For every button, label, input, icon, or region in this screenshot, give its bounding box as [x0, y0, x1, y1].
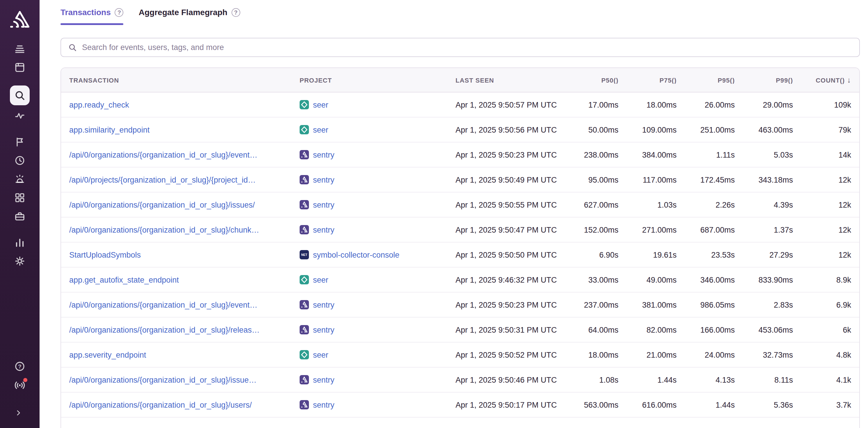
count-cell: 3.7k [801, 400, 859, 409]
p75-cell: 384.00ms [626, 150, 685, 159]
p50-cell: 627.00ms [566, 200, 626, 209]
sentry-project-icon [300, 175, 309, 184]
tab-transactions[interactable]: Transactions ? [61, 7, 124, 25]
p99-cell: 2.83s [743, 300, 801, 309]
project-link[interactable]: symbol-collector-console [313, 250, 399, 259]
table-row: /api/0/organizations/{organization_id_or… [61, 367, 859, 393]
sentry-project-icon [300, 225, 309, 234]
p75-cell: 49.00ms [626, 275, 685, 284]
column-header-p95[interactable]: P95() [685, 76, 743, 84]
svg-text:?: ? [18, 363, 22, 369]
sidebar-item-stats[interactable] [0, 233, 39, 252]
bar-chart-icon [14, 237, 26, 248]
p50-cell: 237.00ms [566, 300, 626, 309]
column-header-p99[interactable]: P99() [743, 76, 801, 84]
p95-cell: 166.00ms [685, 325, 743, 334]
transaction-link[interactable]: /api/0/organizations/{organization_id_or… [69, 300, 257, 309]
last-seen-cell: Apr 1, 2025 9:50:56 PM UTC [447, 125, 566, 134]
project-link[interactable]: sentry [313, 400, 335, 409]
project-link[interactable]: sentry [313, 375, 335, 384]
count-cell: 6k [801, 325, 859, 334]
help-icon[interactable]: ? [115, 8, 124, 17]
transaction-link[interactable]: /api/0/projects/{organization_id_or_slug… [69, 175, 256, 184]
p75-cell: 616.00ms [626, 400, 685, 409]
column-header-count[interactable]: COUNT() ↓ [801, 75, 859, 84]
transaction-link[interactable]: /api/0/organizations/{organization_id_or… [69, 150, 257, 159]
sidebar-item-crons[interactable] [0, 151, 39, 170]
p99-cell: 5.03s [743, 150, 801, 159]
search-icon [14, 90, 26, 101]
p95-cell: 687.00ms [685, 225, 743, 234]
tab-aggregate-flamegraph[interactable]: Aggregate Flamegraph ? [139, 7, 240, 25]
transaction-link[interactable]: app.severity_endpoint [69, 350, 146, 359]
column-header-p50[interactable]: P50() [566, 76, 626, 84]
project-link[interactable]: sentry [313, 300, 335, 309]
transaction-link[interactable]: app.ready_check [69, 100, 129, 109]
p99-cell: 8.11s [743, 375, 801, 384]
sidebar-item-releases[interactable] [0, 133, 39, 151]
transaction-link[interactable]: /api/0/organizations/{organization_id_or… [69, 375, 256, 384]
app-root: ? Transactions ? Aggregate Flamegraph ? [0, 0, 868, 428]
p95-cell: 172.45ms [685, 175, 743, 184]
p95-cell: 4.13s [685, 375, 743, 384]
projects-icon [14, 62, 26, 73]
sentry-project-icon [300, 400, 309, 409]
sidebar-item-alerts[interactable] [0, 170, 39, 189]
column-header-project[interactable]: PROJECT [291, 76, 447, 84]
column-header-transaction[interactable]: TRANSACTION [61, 76, 291, 84]
transaction-link[interactable]: /api/0/organizations/{organization_id_or… [69, 200, 255, 209]
sidebar-item-insights[interactable] [0, 106, 39, 125]
sentry-logo[interactable] [9, 9, 30, 29]
sidebar-item-projects[interactable] [0, 58, 39, 77]
table-row: app.severity_endpoint NET seer Apr 1, 20… [61, 342, 859, 367]
column-header-last-seen[interactable]: LAST SEEN [447, 76, 566, 84]
flag-icon [14, 136, 26, 148]
p50-cell: 6.90s [566, 250, 626, 259]
project-link[interactable]: sentry [313, 200, 335, 209]
pulse-icon [14, 110, 26, 122]
project-link[interactable]: seer [313, 275, 329, 284]
table-row-partial [61, 418, 859, 428]
project-link[interactable]: sentry [313, 175, 335, 184]
p75-cell: 82.00ms [626, 325, 685, 334]
table-row: /api/0/projects/{organization_id_or_slug… [61, 167, 859, 193]
last-seen-cell: Apr 1, 2025 9:46:32 PM UTC [447, 275, 566, 284]
p50-cell: 238.00ms [566, 150, 626, 159]
sidebar-item-issues[interactable] [0, 39, 39, 58]
transaction-link[interactable]: /api/0/organizations/{organization_id_or… [69, 225, 259, 234]
sidebar-collapse-button[interactable] [0, 403, 39, 422]
transaction-link[interactable]: /api/0/organizations/{organization_id_or… [69, 400, 252, 409]
project-link[interactable]: sentry [313, 150, 335, 159]
table-row: /api/0/organizations/{organization_id_or… [61, 293, 859, 318]
p50-cell: 17.00ms [566, 100, 626, 109]
project-link[interactable]: sentry [313, 225, 335, 234]
sidebar-item-help[interactable]: ? [0, 357, 39, 376]
sidebar-item-organization[interactable] [0, 207, 39, 226]
search-input[interactable] [82, 43, 852, 52]
sidebar-item-settings[interactable] [0, 252, 39, 270]
project-link[interactable]: seer [313, 100, 329, 109]
p99-cell: 4.39s [743, 200, 801, 209]
p50-cell: 33.00ms [566, 275, 626, 284]
last-seen-cell: Apr 1, 2025 9:50:23 PM UTC [447, 150, 566, 159]
column-header-p75[interactable]: P75() [626, 76, 685, 84]
table-row: /api/0/organizations/{organization_id_or… [61, 142, 859, 167]
help-icon[interactable]: ? [231, 8, 240, 17]
sidebar-item-dashboards[interactable] [0, 189, 39, 207]
project-link[interactable]: seer [313, 350, 329, 359]
project-link[interactable]: sentry [313, 325, 335, 334]
active-item-chip [10, 86, 30, 105]
sidebar-item-explore[interactable] [0, 84, 39, 106]
transaction-link[interactable]: app.get_autofix_state_endpoint [69, 275, 179, 284]
sentry-project-icon [300, 325, 309, 334]
p75-cell: 1.03s [626, 200, 685, 209]
transaction-link[interactable]: app.similarity_endpoint [69, 125, 150, 134]
transaction-link[interactable]: StartUploadSymbols [69, 250, 141, 259]
tab-transactions-label: Transactions [61, 7, 111, 17]
siren-icon [14, 173, 26, 185]
p95-cell: 1.11s [685, 150, 743, 159]
project-link[interactable]: seer [313, 125, 329, 134]
p95-cell: 251.00ms [685, 125, 743, 134]
sidebar-item-whats-new[interactable] [0, 376, 39, 394]
transaction-link[interactable]: /api/0/organizations/{organization_id_or… [69, 325, 259, 334]
